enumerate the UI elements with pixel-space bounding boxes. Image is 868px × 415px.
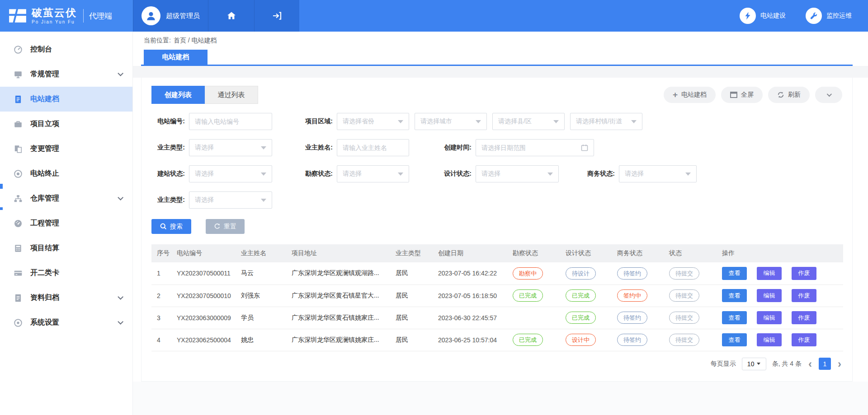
design-status-select[interactable]: 请选择	[476, 165, 559, 182]
nav-monitor-ops[interactable]: 监控运维	[806, 8, 852, 24]
sidebar-item-change-mgmt[interactable]: 变更管理	[0, 136, 132, 161]
survey-status-select-value: 请选择	[343, 170, 398, 178]
void-button[interactable]: 作废	[792, 267, 816, 280]
column-header: 业主姓名	[236, 244, 286, 262]
breadcrumb-label: 当前位置:	[144, 37, 171, 45]
actions-cell: 查看编辑作废	[717, 329, 843, 351]
create-station-label: 电站建档	[681, 91, 707, 99]
chevron-down-icon	[118, 319, 123, 325]
logout-button[interactable]	[254, 0, 299, 32]
sidebar-item-data-archive[interactable]: 资料归档	[0, 285, 132, 310]
sidebar-item-station-termination[interactable]: 电站终止	[0, 161, 132, 186]
create-station-button[interactable]: + 电站建档	[664, 87, 716, 103]
reset-button-label: 重置	[224, 223, 236, 231]
page-tab-station-archive[interactable]: 电站建档	[144, 50, 208, 65]
current-user[interactable]: 超级管理员	[133, 0, 208, 32]
sidebar-item-project-settlement[interactable]: 项目结算	[0, 236, 132, 261]
sidebar-item-label: 系统设置	[30, 318, 59, 327]
void-button[interactable]: 作废	[792, 311, 816, 324]
edit-button[interactable]: 编辑	[757, 311, 782, 324]
edit-button[interactable]: 编辑	[757, 289, 782, 302]
seq-cell: 1	[151, 262, 171, 284]
view-button[interactable]: 查看	[722, 311, 747, 324]
sidebar-item-open-card[interactable]: 开二类卡	[0, 261, 132, 285]
page-tab-row: 电站建档	[133, 50, 868, 65]
city-select[interactable]: 请选择城市	[415, 113, 487, 130]
owner-type-select[interactable]: 请选择	[189, 139, 272, 156]
page-1-button[interactable]: 1	[819, 358, 831, 370]
date-range-input[interactable]	[481, 144, 581, 151]
collapse-button[interactable]	[815, 87, 842, 103]
chevron-down-icon	[118, 195, 123, 201]
main-content: 当前位置: 首页 / 电站建档 电站建档 创建列表 通过列表 + 电站建档 全屏	[133, 32, 868, 415]
next-page-button[interactable]: ›	[837, 359, 842, 369]
view-button[interactable]: 查看	[722, 333, 747, 346]
column-header: 操作	[717, 244, 843, 262]
nav-station-build[interactable]: 电站建设	[740, 8, 786, 24]
search-button[interactable]: 搜索	[151, 219, 191, 234]
refresh-button[interactable]: 刷新	[768, 87, 810, 103]
fullscreen-label: 全屏	[741, 91, 754, 99]
station-no-input[interactable]	[189, 113, 272, 130]
address-cell: 广东深圳龙华区观澜镇观湖路...	[286, 262, 390, 284]
monitor-icon	[14, 70, 23, 79]
status-badge: 待签约	[617, 312, 647, 324]
build-status-select[interactable]: 请选择	[189, 165, 272, 182]
filter-label-owner-type: 业主类型:	[151, 144, 185, 152]
tab-passed-list[interactable]: 通过列表	[205, 86, 258, 104]
sidebar-item-label: 工程管理	[30, 219, 59, 228]
sidebar-item-system-settings[interactable]: 系统设置	[0, 310, 132, 335]
sidebar-item-dashboard[interactable]: 控制台	[0, 37, 132, 62]
business-status-select[interactable]: 请选择	[619, 165, 697, 182]
stations-table: 序号电站编号业主姓名项目地址业主类型创建日期勘察状态设计状态商务状态状态操作 1…	[151, 244, 843, 351]
design-status-cell: 已完成	[560, 307, 612, 329]
prev-page-button[interactable]: ‹	[807, 359, 813, 369]
home-button[interactable]	[208, 0, 254, 32]
survey-status-select[interactable]: 请选择	[337, 165, 409, 182]
table-header-row: 序号电站编号业主姓名项目地址业主类型创建日期勘察状态设计状态商务状态状态操作	[151, 244, 843, 262]
town-select[interactable]: 请选择村镇/街道	[570, 113, 642, 130]
owner-type-cell: 居民	[390, 307, 433, 329]
sidebar-item-warehouse-mgmt[interactable]: 仓库管理	[0, 186, 132, 211]
status-badge: 已完成	[513, 289, 543, 302]
sidebar-item-general-mgmt[interactable]: 常规管理	[0, 62, 132, 87]
create-time-range-input[interactable]	[476, 139, 594, 156]
fullscreen-button[interactable]: 全屏	[721, 87, 763, 103]
per-page-select[interactable]: 10	[742, 358, 766, 370]
survey-status-cell	[507, 307, 560, 329]
view-button[interactable]: 查看	[722, 289, 747, 302]
province-select[interactable]: 请选择省份	[337, 113, 409, 130]
owner-name-input[interactable]	[337, 139, 409, 156]
station-no-cell: YX2023070500010	[171, 284, 236, 307]
top-bar: 破茧云伏 Po Jian Yun Fu 代理端 超级管理员 电	[0, 0, 868, 32]
sidebar-scrollbar[interactable]	[0, 207, 3, 210]
design-status-select-value: 请选择	[481, 170, 547, 178]
settings-icon	[14, 318, 23, 327]
sidebar-item-station-archive[interactable]: 电站建档	[0, 87, 132, 112]
sidebar-item-project-initiation[interactable]: 项目立项	[0, 112, 132, 136]
void-button[interactable]: 作废	[792, 333, 816, 346]
nav-station-build-label: 电站建设	[760, 12, 786, 20]
toolbar: + 电站建档 全屏 刷新	[664, 87, 842, 103]
pagination: 每页显示 10 条, 共 4 条 ‹ 1 ›	[151, 358, 842, 370]
created-at-cell: 2023-06-25 10:57:04	[433, 329, 507, 351]
view-button[interactable]: 查看	[722, 267, 747, 280]
owner-name-cell: 姚忠	[236, 329, 286, 351]
edit-button[interactable]: 编辑	[757, 267, 782, 280]
filter-label-owner-name: 业主姓名:	[299, 144, 333, 152]
sidebar-item-engineering-mgmt[interactable]: 工程管理	[0, 211, 132, 236]
sidebar-scrollbar[interactable]	[0, 184, 3, 189]
void-button[interactable]: 作废	[792, 289, 816, 302]
bolt-icon	[740, 8, 756, 24]
owner-type-select-2[interactable]: 请选择	[189, 191, 272, 209]
address-cell: 广东深圳龙华区黄石镇姚家庄...	[286, 307, 390, 329]
table-row: 1YX2023070500011马云广东深圳龙华区观澜镇观湖路...居民2023…	[151, 262, 843, 284]
sidebar-item-label: 常规管理	[30, 70, 59, 79]
county-select[interactable]: 请选择县/区	[492, 113, 565, 130]
edit-button[interactable]: 编辑	[757, 333, 782, 346]
county-select-value: 请选择县/区	[498, 117, 553, 126]
created-at-cell: 2023-07-05 16:18:50	[433, 284, 507, 307]
reset-button[interactable]: 重置	[206, 219, 245, 234]
tab-create-list[interactable]: 创建列表	[151, 86, 205, 104]
station-no-cell: YX2023063000009	[171, 307, 236, 329]
